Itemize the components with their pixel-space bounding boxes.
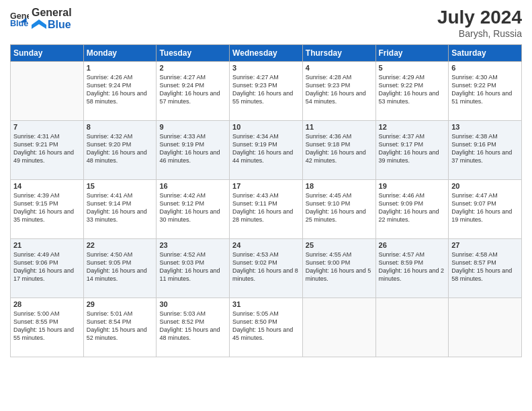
calendar-day-cell: 26Sunrise: 4:57 AMSunset: 8:59 PMDayligh… (375, 239, 449, 298)
day-number: 12 (379, 123, 446, 131)
calendar-day-cell: 20Sunrise: 4:47 AMSunset: 9:07 PMDayligh… (449, 180, 522, 239)
location: Barysh, Russia (437, 28, 522, 39)
header-friday: Friday (375, 45, 449, 62)
calendar-day-cell: 22Sunrise: 4:50 AMSunset: 9:05 PMDayligh… (83, 239, 157, 298)
calendar-day-cell: 18Sunrise: 4:45 AMSunset: 9:10 PMDayligh… (302, 180, 375, 239)
day-number: 26 (379, 241, 446, 249)
day-number: 4 (306, 64, 373, 72)
logo: General Blue General Blue (10, 7, 72, 30)
day-number: 22 (87, 241, 154, 249)
logo-bird-icon (32, 19, 46, 29)
day-info: Sunrise: 5:05 AMSunset: 8:50 PMDaylight:… (232, 310, 300, 342)
calendar-day-cell: 19Sunrise: 4:46 AMSunset: 9:09 PMDayligh… (375, 180, 449, 239)
day-info: Sunrise: 4:36 AMSunset: 9:18 PMDaylight:… (306, 132, 373, 165)
day-number: 10 (232, 123, 300, 131)
day-info: Sunrise: 4:38 AMSunset: 9:16 PMDaylight:… (451, 132, 519, 165)
calendar-day-cell: 5Sunrise: 4:29 AMSunset: 9:22 PMDaylight… (375, 62, 449, 121)
calendar-day-cell: 6Sunrise: 4:30 AMSunset: 9:22 PMDaylight… (449, 62, 522, 121)
calendar-day-cell: 24Sunrise: 4:53 AMSunset: 9:02 PMDayligh… (230, 239, 303, 298)
day-number: 25 (306, 241, 373, 249)
calendar-day-cell: 30Sunrise: 5:03 AMSunset: 8:52 PMDayligh… (157, 298, 230, 357)
day-number: 17 (232, 182, 300, 190)
day-number: 9 (159, 123, 226, 131)
calendar-day-cell: 8Sunrise: 4:32 AMSunset: 9:20 PMDaylight… (83, 121, 157, 180)
day-number: 30 (159, 300, 226, 308)
weekday-header-row: Sunday Monday Tuesday Wednesday Thursday… (11, 45, 522, 62)
logo-blue-text: Blue (48, 19, 71, 31)
calendar-day-cell: 29Sunrise: 5:01 AMSunset: 8:54 PMDayligh… (83, 298, 157, 357)
day-number: 3 (232, 64, 300, 72)
calendar-day-cell: 1Sunrise: 4:26 AMSunset: 9:24 PMDaylight… (83, 62, 157, 121)
calendar-day-cell (449, 298, 522, 357)
calendar-day-cell: 13Sunrise: 4:38 AMSunset: 9:16 PMDayligh… (449, 121, 522, 180)
day-number: 5 (379, 64, 446, 72)
calendar-day-cell (302, 298, 375, 357)
day-info: Sunrise: 4:32 AMSunset: 9:20 PMDaylight:… (87, 132, 154, 165)
day-info: Sunrise: 4:58 AMSunset: 8:57 PMDaylight:… (451, 250, 519, 283)
day-info: Sunrise: 4:28 AMSunset: 9:23 PMDaylight:… (306, 73, 373, 106)
header: General Blue General Blue July 2024 Bary… (10, 7, 522, 39)
calendar-week-row: 1Sunrise: 4:26 AMSunset: 9:24 PMDaylight… (11, 62, 522, 121)
header-tuesday: Tuesday (157, 45, 230, 62)
day-info: Sunrise: 4:53 AMSunset: 9:02 PMDaylight:… (232, 250, 300, 283)
calendar-day-cell: 17Sunrise: 4:43 AMSunset: 9:11 PMDayligh… (230, 180, 303, 239)
day-number: 16 (159, 182, 226, 190)
day-info: Sunrise: 4:27 AMSunset: 9:24 PMDaylight:… (159, 73, 226, 106)
logo-general-text: General (32, 7, 72, 19)
day-number: 27 (451, 241, 519, 249)
day-info: Sunrise: 4:55 AMSunset: 9:00 PMDaylight:… (306, 250, 373, 283)
day-number: 14 (13, 182, 81, 190)
day-info: Sunrise: 5:01 AMSunset: 8:54 PMDaylight:… (87, 310, 154, 342)
day-info: Sunrise: 5:03 AMSunset: 8:52 PMDaylight:… (159, 310, 226, 342)
title-block: July 2024 Barysh, Russia (437, 7, 522, 39)
day-info: Sunrise: 5:00 AMSunset: 8:55 PMDaylight:… (13, 310, 81, 342)
day-info: Sunrise: 4:52 AMSunset: 9:03 PMDaylight:… (159, 250, 226, 283)
day-number: 2 (159, 64, 226, 72)
day-info: Sunrise: 4:31 AMSunset: 9:21 PMDaylight:… (13, 132, 81, 165)
day-info: Sunrise: 4:57 AMSunset: 8:59 PMDaylight:… (379, 250, 446, 283)
day-info: Sunrise: 4:46 AMSunset: 9:09 PMDaylight:… (379, 191, 446, 224)
calendar-day-cell: 23Sunrise: 4:52 AMSunset: 9:03 PMDayligh… (157, 239, 230, 298)
day-number: 8 (87, 123, 154, 131)
calendar-day-cell: 2Sunrise: 4:27 AMSunset: 9:24 PMDaylight… (157, 62, 230, 121)
header-saturday: Saturday (449, 45, 522, 62)
day-info: Sunrise: 4:47 AMSunset: 9:07 PMDaylight:… (451, 191, 519, 224)
calendar-week-row: 7Sunrise: 4:31 AMSunset: 9:21 PMDaylight… (11, 121, 522, 180)
calendar-day-cell: 14Sunrise: 4:39 AMSunset: 9:15 PMDayligh… (11, 180, 84, 239)
calendar-table: Sunday Monday Tuesday Wednesday Thursday… (10, 44, 522, 357)
calendar-week-row: 14Sunrise: 4:39 AMSunset: 9:15 PMDayligh… (11, 180, 522, 239)
day-info: Sunrise: 4:45 AMSunset: 9:10 PMDaylight:… (306, 191, 373, 224)
calendar-day-cell: 28Sunrise: 5:00 AMSunset: 8:55 PMDayligh… (11, 298, 84, 357)
day-info: Sunrise: 4:49 AMSunset: 9:06 PMDaylight:… (13, 250, 81, 283)
day-info: Sunrise: 4:43 AMSunset: 9:11 PMDaylight:… (232, 191, 300, 224)
day-number: 28 (13, 300, 81, 308)
day-info: Sunrise: 4:29 AMSunset: 9:22 PMDaylight:… (379, 73, 446, 106)
calendar-day-cell: 25Sunrise: 4:55 AMSunset: 9:00 PMDayligh… (302, 239, 375, 298)
day-info: Sunrise: 4:42 AMSunset: 9:12 PMDaylight:… (159, 191, 226, 224)
calendar-day-cell: 7Sunrise: 4:31 AMSunset: 9:21 PMDaylight… (11, 121, 84, 180)
calendar-day-cell: 31Sunrise: 5:05 AMSunset: 8:50 PMDayligh… (230, 298, 303, 357)
header-sunday: Sunday (11, 45, 84, 62)
header-monday: Monday (83, 45, 157, 62)
day-number: 24 (232, 241, 300, 249)
day-number: 20 (451, 182, 519, 190)
day-number: 21 (13, 241, 81, 249)
month-year: July 2024 (437, 7, 522, 28)
day-info: Sunrise: 4:41 AMSunset: 9:14 PMDaylight:… (87, 191, 154, 224)
logo-icon: General Blue (10, 9, 29, 28)
day-info: Sunrise: 4:39 AMSunset: 9:15 PMDaylight:… (13, 191, 81, 224)
svg-marker-3 (32, 19, 46, 29)
day-info: Sunrise: 4:27 AMSunset: 9:23 PMDaylight:… (232, 73, 300, 106)
calendar-day-cell (375, 298, 449, 357)
day-info: Sunrise: 4:26 AMSunset: 9:24 PMDaylight:… (87, 73, 154, 106)
day-number: 1 (87, 64, 154, 72)
day-number: 18 (306, 182, 373, 190)
calendar-week-row: 28Sunrise: 5:00 AMSunset: 8:55 PMDayligh… (11, 298, 522, 357)
header-thursday: Thursday (302, 45, 375, 62)
day-number: 11 (306, 123, 373, 131)
day-info: Sunrise: 4:50 AMSunset: 9:05 PMDaylight:… (87, 250, 154, 283)
day-info: Sunrise: 4:37 AMSunset: 9:17 PMDaylight:… (379, 132, 446, 165)
day-info: Sunrise: 4:30 AMSunset: 9:22 PMDaylight:… (451, 73, 519, 106)
svg-text:Blue: Blue (10, 19, 28, 28)
day-number: 31 (232, 300, 300, 308)
